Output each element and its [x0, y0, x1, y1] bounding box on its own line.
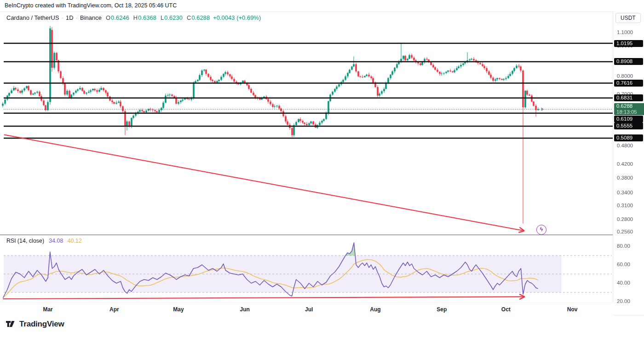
price-axis[interactable]: USDT 1.10001.00000.80000.70000.48000.420…: [613, 12, 644, 303]
pane-separator[interactable]: [0, 234, 644, 235]
rsi-ma-value: 40.12: [67, 238, 81, 244]
price-tick-label: 0.4800: [617, 143, 633, 148]
currency-toggle-button[interactable]: USDT: [615, 13, 641, 23]
time-axis[interactable]: MarAprMayJunJulAugSepOctNov: [0, 303, 613, 315]
attribution-text: BeInCrypto created with TradingView.com,…: [5, 2, 177, 9]
price-level-badge: 0.5089: [614, 134, 643, 141]
footer: TradingView: [6, 320, 64, 329]
price-level-badge: 0.6109: [614, 116, 643, 122]
rsi-params: (14, close): [17, 238, 44, 244]
open-label: O: [106, 14, 110, 21]
rsi-tick-label: 40.00: [617, 280, 630, 286]
rsi-tick-label: 80.00: [617, 243, 630, 249]
rsi-tick-label: 20.00: [617, 298, 630, 304]
price-tick-label: 0.3400: [617, 190, 633, 195]
change-value: +0.0043 (+0.69%): [213, 14, 261, 21]
current-price-badge: 0.628818:13:05: [614, 103, 644, 115]
tradingview-chart-widget: Cardano / TetherUS·1D·BinanceO0.6246H0.6…: [0, 12, 644, 315]
rsi-value: 34.08: [49, 238, 63, 244]
time-axis-label-sep: Sep: [437, 306, 447, 313]
price-level-badge: 1.0195: [614, 40, 643, 47]
interval-label[interactable]: 1D: [66, 14, 74, 21]
tradingview-logo[interactable]: [6, 321, 16, 328]
time-axis-label-may: May: [173, 306, 184, 313]
symbol-title[interactable]: Cardano / TetherUS: [6, 14, 59, 21]
low-value: 0.6230: [164, 14, 183, 21]
rsi-tick-label: 60.00: [617, 262, 630, 267]
price-tick-label: 0.4200: [617, 161, 633, 167]
price-tick-label: 0.2560: [617, 229, 633, 234]
price-tick-label: 0.8000: [617, 73, 633, 79]
chart-canvas[interactable]: [0, 12, 613, 315]
time-axis-label-jun: Jun: [240, 306, 250, 313]
time-axis-label-jul: Jul: [305, 306, 313, 313]
high-label: H: [133, 14, 138, 21]
close-value: 0.6288: [191, 14, 210, 21]
price-tick-label: 1.1000: [617, 29, 633, 35]
tradingview-brand-text[interactable]: TradingView: [19, 320, 64, 329]
price-level-badge: 0.8908: [614, 58, 643, 65]
flash-idea-icon[interactable]: ϟ: [536, 225, 546, 235]
price-tick-label: 0.3800: [617, 175, 633, 181]
exchange-label[interactable]: Binance: [80, 14, 102, 21]
price-tick-label: 0.2800: [617, 216, 633, 222]
high-value: 0.6368: [138, 14, 156, 21]
legend-separator: ·: [76, 14, 78, 21]
open-value: 0.6246: [111, 14, 129, 21]
time-axis-label-apr: Apr: [109, 306, 119, 313]
rsi-label[interactable]: RSI: [6, 238, 16, 244]
close-label: C: [187, 14, 191, 21]
time-axis-label-nov: Nov: [567, 306, 578, 313]
rsi-legend[interactable]: RSI(14, close)34.0840.12: [6, 238, 82, 244]
time-axis-label-mar: Mar: [43, 306, 52, 313]
price-level-badge: 0.6831: [614, 94, 643, 101]
legend-separator: ·: [62, 14, 63, 21]
low-label: L: [161, 14, 164, 21]
price-level-badge: 0.5555: [614, 122, 643, 129]
symbol-legend[interactable]: Cardano / TetherUS·1D·BinanceO0.6246H0.6…: [6, 14, 261, 21]
price-tick-label: 0.3100: [617, 203, 633, 208]
time-axis-label-oct: Oct: [501, 306, 511, 313]
time-axis-label-aug: Aug: [370, 306, 380, 313]
price-level-badge: 0.7616: [614, 80, 643, 87]
tradingview-logomark-icon: [6, 321, 16, 328]
